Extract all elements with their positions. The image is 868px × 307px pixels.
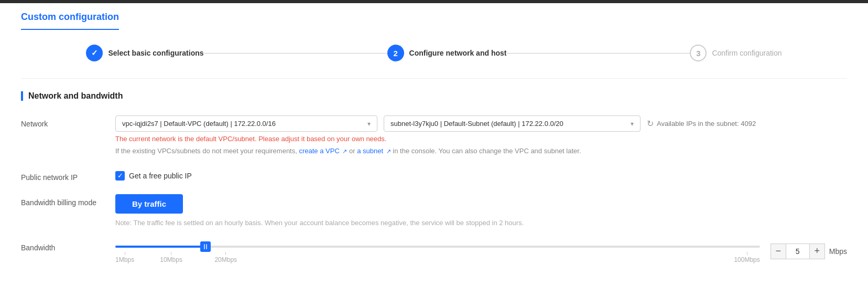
tick-line-4 bbox=[747, 252, 747, 255]
tick-line-1 bbox=[125, 252, 125, 255]
step-3-number: 3 bbox=[696, 49, 700, 58]
info-prefix: If the existing VPCs/subnets do not meet… bbox=[115, 147, 299, 155]
tick-1mbps: 1Mbps bbox=[115, 252, 134, 263]
bandwidth-row: Bandwidth bbox=[21, 239, 847, 263]
public-ip-checkbox-row: ✓ Get a free public IP bbox=[115, 169, 847, 181]
slider-thumb-line-1 bbox=[204, 244, 205, 249]
public-ip-content: ✓ Get a free public IP bbox=[115, 169, 847, 181]
external-icon-2: ↗ bbox=[386, 148, 391, 154]
step-line-2 bbox=[506, 53, 690, 54]
subnet-link[interactable]: a subnet ↗ bbox=[357, 147, 391, 155]
network-row: Network vpc-iqjdi2s7 | Default-VPC (defa… bbox=[21, 115, 847, 156]
tick-label-1: 1Mbps bbox=[115, 256, 134, 263]
or-text: or bbox=[347, 147, 357, 155]
bandwidth-slider-track bbox=[115, 246, 760, 248]
network-select-row: vpc-iqjdi2s7 | Default-VPC (default) | 1… bbox=[115, 115, 847, 132]
subnet-arrow-icon: ▾ bbox=[631, 120, 634, 128]
stepper: ✓ Select basic configurations 2 Configur… bbox=[21, 30, 847, 76]
billing-note: Note: The traffic fee is settled on an h… bbox=[115, 219, 847, 227]
tick-10mbps: 10Mbps bbox=[160, 252, 182, 263]
public-ip-row: Public network IP ✓ Get a free public IP bbox=[21, 169, 847, 182]
bandwidth-content: 1Mbps 10Mbps 20Mbps 100Mbps bbox=[115, 239, 847, 263]
step-2-number: 2 bbox=[393, 49, 397, 58]
step-1: ✓ Select basic configurations bbox=[86, 45, 203, 61]
subnet-value: subnet-l3y7kju0 | Default-Subnet (defaul… bbox=[390, 120, 563, 128]
network-info: If the existing VPCs/subnets do not meet… bbox=[115, 146, 847, 156]
bandwidth-billing-label: Bandwidth billing mode bbox=[21, 194, 115, 207]
section-title: Network and bandwidth bbox=[21, 91, 847, 101]
public-ip-label: Public network IP bbox=[21, 169, 115, 182]
step-1-icon: ✓ bbox=[91, 48, 98, 58]
bandwidth-slider-thumb[interactable] bbox=[200, 241, 211, 252]
checkbox-check-icon: ✓ bbox=[117, 172, 123, 179]
step-2-circle: 2 bbox=[387, 45, 404, 61]
by-traffic-button[interactable]: By traffic bbox=[115, 194, 183, 214]
step-3-circle: 3 bbox=[690, 45, 707, 61]
tick-label-2: 10Mbps bbox=[160, 256, 182, 263]
section-divider bbox=[21, 78, 847, 79]
tab-header: Custom configuration bbox=[21, 3, 119, 30]
bandwidth-number-control: − 5 + Mbps bbox=[771, 244, 847, 259]
vpc-value: vpc-iqjdi2s7 | Default-VPC (default) | 1… bbox=[122, 120, 276, 128]
tick-label-3: 20Mbps bbox=[214, 256, 237, 263]
tick-label-4: 100Mbps bbox=[734, 256, 760, 263]
step-3: 3 Confirm configuration bbox=[690, 45, 782, 61]
bandwidth-slider-container: 1Mbps 10Mbps 20Mbps 100Mbps bbox=[115, 239, 760, 263]
public-ip-checkbox-label: Get a free public IP bbox=[129, 172, 192, 180]
step-3-label: Confirm configuration bbox=[712, 49, 782, 57]
step-1-circle: ✓ bbox=[86, 45, 103, 61]
bandwidth-billing-row: Bandwidth billing mode By traffic Note: … bbox=[21, 194, 847, 227]
network-label: Network bbox=[21, 115, 115, 128]
available-ips-label: Available IPs in the subnet: 4092 bbox=[657, 120, 756, 128]
tick-line-3 bbox=[225, 252, 226, 255]
tick-100mbps: 100Mbps bbox=[734, 252, 760, 263]
vpc-select[interactable]: vpc-iqjdi2s7 | Default-VPC (default) | 1… bbox=[115, 115, 377, 132]
bandwidth-control-row: 1Mbps 10Mbps 20Mbps 100Mbps bbox=[115, 239, 847, 263]
available-ips: ↻ Available IPs in the subnet: 4092 bbox=[647, 119, 756, 129]
slider-thumb-line-2 bbox=[206, 244, 207, 249]
step-2: 2 Configure network and host bbox=[387, 45, 507, 61]
bandwidth-billing-content: By traffic Note: The traffic fee is sett… bbox=[115, 194, 847, 227]
info-suffix: in the console. You can also change the … bbox=[391, 147, 581, 155]
vpc-arrow-icon: ▾ bbox=[367, 120, 371, 128]
step-2-label: Configure network and host bbox=[409, 49, 507, 57]
billing-mode-buttons: By traffic bbox=[115, 194, 847, 214]
subnet-select[interactable]: subnet-l3y7kju0 | Default-Subnet (defaul… bbox=[384, 115, 641, 132]
bandwidth-plus-button[interactable]: + bbox=[809, 244, 825, 259]
page-title: Custom configuration bbox=[21, 12, 119, 29]
slider-thumb-lines bbox=[204, 244, 207, 249]
network-warning: The current network is the default VPC/s… bbox=[115, 135, 847, 143]
bandwidth-value: 5 bbox=[786, 244, 809, 259]
refresh-icon[interactable]: ↻ bbox=[647, 119, 654, 129]
network-content: vpc-iqjdi2s7 | Default-VPC (default) | 1… bbox=[115, 115, 847, 156]
create-vpc-link[interactable]: create a VPC ↗ bbox=[299, 147, 347, 155]
public-ip-checkbox[interactable]: ✓ bbox=[115, 171, 125, 181]
bandwidth-minus-button[interactable]: − bbox=[771, 244, 786, 259]
bandwidth-tick-marks: 1Mbps 10Mbps 20Mbps 100Mbps bbox=[115, 252, 760, 263]
tick-line-2 bbox=[171, 252, 171, 255]
page-wrapper: Custom configuration ✓ Select basic conf… bbox=[0, 3, 868, 297]
bandwidth-unit: Mbps bbox=[829, 247, 847, 256]
bandwidth-label: Bandwidth bbox=[21, 239, 115, 252]
step-line-1 bbox=[204, 53, 387, 54]
step-1-label: Select basic configurations bbox=[108, 49, 203, 57]
tick-20mbps: 20Mbps bbox=[214, 252, 237, 263]
bandwidth-slider-fill bbox=[115, 246, 205, 248]
